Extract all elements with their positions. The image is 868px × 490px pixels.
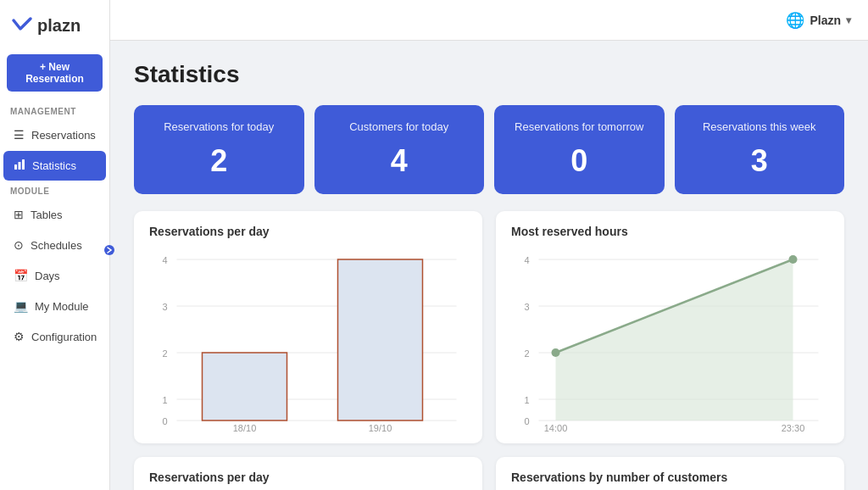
line-chart-container: 4 3 2 1 0 (511, 247, 829, 433)
tables-icon: ⊞ (14, 208, 24, 221)
stats-grid: Reservations for today 2 Customers for t… (134, 105, 844, 194)
bottom-chart-reservations-per-day: Reservations per day (134, 457, 482, 490)
svg-text:0: 0 (162, 416, 167, 426)
stat-card-reservations-week: Reservations this week 3 (675, 105, 845, 194)
sidebar-item-reservations[interactable]: ☰ Reservations (3, 120, 106, 149)
svg-text:4: 4 (524, 255, 529, 265)
sidebar-item-days[interactable]: 📅 Days (3, 261, 106, 290)
sidebar-item-label: Schedules (31, 239, 82, 252)
bottom-chart-title: Reservations per day (149, 471, 467, 484)
chart-card-reservations-per-day: Reservations per day 4 3 2 1 0 (134, 211, 482, 443)
line-chart-dot-end (789, 255, 798, 264)
svg-text:2: 2 (524, 348, 529, 359)
svg-text:19/10: 19/10 (369, 423, 392, 433)
stat-card-customers-today: Customers for today 4 (314, 105, 485, 194)
stat-value: 2 (147, 143, 291, 179)
management-section-label: MANAGEMENT (0, 102, 109, 120)
configuration-icon: ⚙ (14, 330, 25, 343)
svg-text:4: 4 (162, 255, 167, 265)
sidebar-item-statistics[interactable]: Statistics (3, 151, 106, 181)
svg-text:1: 1 (162, 395, 167, 405)
bar-chart-icon (14, 159, 25, 170)
sidebar-item-my-module[interactable]: 💻 My Module (3, 292, 106, 320)
page-content: Statistics Reservations for today 2 Cust… (110, 41, 868, 490)
stat-card-reservations-today: Reservations for today 2 (134, 105, 304, 194)
stat-label: Reservations for today (147, 120, 291, 135)
logo-text: plazn (37, 16, 81, 36)
chevron-down-icon: ▾ (846, 14, 851, 26)
stat-label: Reservations for tomorrow (508, 120, 651, 135)
sidebar-item-label: Reservations (31, 129, 96, 142)
chart-card-most-reserved-hours: Most reserved hours 4 3 2 1 0 (496, 211, 844, 443)
statistics-icon (14, 159, 25, 173)
logo-icon (10, 14, 34, 37)
new-reservation-button[interactable]: + New Reservation (7, 54, 103, 92)
line-chart-area (556, 259, 793, 420)
bar-18-10 (203, 353, 287, 420)
bar-chart-container: 4 3 2 1 0 (149, 247, 467, 433)
logo: plazn (0, 0, 109, 47)
svg-text:3: 3 (162, 302, 167, 312)
stat-label: Reservations this week (688, 120, 832, 135)
sidebar-item-schedules[interactable]: ⊙ Schedules (3, 231, 106, 259)
sidebar-item-tables[interactable]: ⊞ Tables (3, 200, 106, 229)
sidebar-item-label: Configuration (31, 331, 97, 343)
sidebar-expand-indicator[interactable] (104, 245, 114, 255)
stat-card-reservations-tomorrow: Reservations for tomorrow 0 (494, 105, 665, 194)
user-menu[interactable]: 🌐 Plazn ▾ (786, 11, 851, 30)
stat-value: 4 (328, 143, 471, 179)
svg-rect-1 (19, 162, 21, 170)
svg-text:1: 1 (524, 395, 529, 405)
globe-icon: 🌐 (786, 11, 804, 30)
user-name: Plazn (810, 14, 841, 27)
svg-text:14:00: 14:00 (544, 423, 568, 433)
sidebar-item-label: Statistics (32, 159, 76, 172)
sidebar: plazn + New Reservation MANAGEMENT ☰ Res… (0, 0, 110, 490)
stat-value: 3 (688, 143, 832, 179)
svg-text:23:30: 23:30 (782, 423, 805, 433)
sidebar-item-configuration[interactable]: ⚙ Configuration (3, 322, 106, 351)
bottom-charts-row: Reservations per day Reservations by num… (134, 457, 844, 490)
chevron-right-icon (107, 247, 112, 253)
stat-label: Customers for today (328, 120, 471, 135)
page-title: Statistics (134, 61, 844, 88)
line-chart-svg: 4 3 2 1 0 (511, 247, 829, 433)
bar-19-10 (338, 259, 423, 420)
svg-text:3: 3 (524, 302, 529, 312)
main-panel: 🌐 Plazn ▾ Statistics Reservations for to… (110, 0, 868, 490)
svg-text:18/10: 18/10 (233, 423, 257, 433)
svg-rect-2 (22, 159, 25, 170)
bottom-chart-by-customers: Reservations by number of customers per … (496, 457, 844, 490)
bottom-chart-title: Reservations by number of customers (511, 471, 829, 484)
line-chart-dot-start (552, 348, 560, 357)
chart-title: Reservations per day (149, 225, 467, 238)
sidebar-item-label: Tables (31, 209, 63, 221)
my-module-icon: 💻 (14, 299, 28, 313)
sidebar-item-label: My Module (35, 300, 89, 313)
module-section-label: MODULE (0, 181, 109, 199)
stat-value: 0 (508, 143, 651, 179)
chart-title: Most reserved hours (511, 225, 829, 238)
charts-row: Reservations per day 4 3 2 1 0 (134, 211, 844, 443)
svg-text:2: 2 (162, 348, 167, 359)
bar-chart-svg: 4 3 2 1 0 (149, 247, 467, 433)
schedules-icon: ⊙ (14, 238, 24, 252)
svg-text:0: 0 (524, 416, 529, 426)
reservations-icon: ☰ (14, 128, 25, 142)
sidebar-item-label: Days (35, 270, 60, 282)
topbar: 🌐 Plazn ▾ (110, 0, 868, 41)
days-icon: 📅 (14, 269, 28, 282)
svg-rect-0 (14, 164, 17, 170)
